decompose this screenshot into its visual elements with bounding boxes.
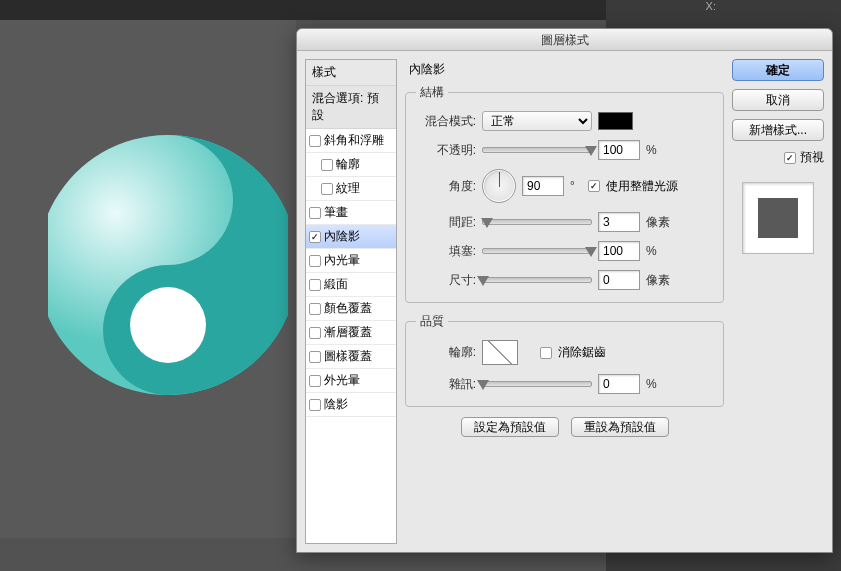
blend-options-header[interactable]: 混合選項: 預設 [306, 86, 396, 129]
style-item-label: 斜角和浮雕 [324, 132, 384, 149]
style-item-checkbox[interactable] [309, 135, 321, 147]
contour-picker[interactable] [482, 340, 518, 365]
style-item-checkbox[interactable] [309, 375, 321, 387]
style-item-3[interactable]: 筆畫 [306, 201, 396, 225]
reset-default-button[interactable]: 重設為預設值 [571, 417, 669, 437]
preview-thumbnail [742, 182, 814, 254]
style-item-7[interactable]: 顏色覆蓋 [306, 297, 396, 321]
size-slider[interactable] [482, 277, 592, 283]
preview-inner [758, 198, 798, 238]
blend-mode-label: 混合模式: [416, 113, 476, 130]
canvas-area [0, 20, 296, 538]
style-item-checkbox[interactable] [309, 279, 321, 291]
antialias-label: 消除鋸齒 [558, 344, 606, 361]
opacity-unit: % [646, 143, 674, 157]
style-item-label: 陰影 [324, 396, 348, 413]
style-item-6[interactable]: 緞面 [306, 273, 396, 297]
structure-fieldset: 結構 混合模式: 正常 不透明: % 角度: [405, 84, 724, 303]
style-item-0[interactable]: 斜角和浮雕 [306, 129, 396, 153]
coord-x-label: X: [706, 0, 716, 12]
style-item-checkbox[interactable] [309, 303, 321, 315]
angle-unit: ° [570, 179, 582, 193]
style-list: 樣式 混合選項: 預設 斜角和浮雕輪廓紋理筆畫內陰影內光暈緞面顏色覆蓋漸層覆蓋圖… [305, 59, 397, 544]
choke-input[interactable] [598, 241, 640, 261]
style-item-label: 緞面 [324, 276, 348, 293]
style-item-8[interactable]: 漸層覆蓋 [306, 321, 396, 345]
style-item-checkbox[interactable] [321, 183, 333, 195]
style-item-label: 漸層覆蓋 [324, 324, 372, 341]
noise-input[interactable] [598, 374, 640, 394]
contour-label: 輪廓: [416, 344, 476, 361]
size-input[interactable] [598, 270, 640, 290]
style-item-1[interactable]: 輪廓 [306, 153, 396, 177]
choke-label: 填塞: [416, 243, 476, 260]
cancel-button[interactable]: 取消 [732, 89, 824, 111]
set-default-button[interactable]: 設定為預設值 [461, 417, 559, 437]
settings-panel: 內陰影 結構 混合模式: 正常 不透明: % 角度: [405, 59, 724, 544]
style-item-10[interactable]: 外光暈 [306, 369, 396, 393]
ok-button[interactable]: 確定 [732, 59, 824, 81]
style-item-5[interactable]: 內光暈 [306, 249, 396, 273]
angle-dial[interactable] [482, 169, 516, 203]
antialias-checkbox[interactable] [540, 347, 552, 359]
style-item-label: 圖樣覆蓋 [324, 348, 372, 365]
style-item-label: 紋理 [336, 180, 360, 197]
dialog-right-column: 確定 取消 新增樣式... 預視 [732, 59, 824, 544]
style-item-checkbox[interactable] [309, 255, 321, 267]
style-item-2[interactable]: 紋理 [306, 177, 396, 201]
quality-fieldset: 品質 輪廓: 消除鋸齒 雜訊: % [405, 313, 724, 407]
size-unit: 像素 [646, 272, 674, 289]
distance-unit: 像素 [646, 214, 674, 231]
noise-unit: % [646, 377, 674, 391]
style-item-label: 輪廓 [336, 156, 360, 173]
style-item-label: 外光暈 [324, 372, 360, 389]
style-item-checkbox[interactable] [321, 159, 333, 171]
new-style-button[interactable]: 新增樣式... [732, 119, 824, 141]
color-swatch[interactable] [598, 112, 633, 130]
style-item-checkbox[interactable] [309, 327, 321, 339]
artwork-yin-yang [48, 125, 288, 405]
choke-slider[interactable] [482, 248, 592, 254]
structure-legend: 結構 [416, 84, 448, 101]
quality-legend: 品質 [416, 313, 448, 330]
style-item-label: 筆畫 [324, 204, 348, 221]
global-light-label: 使用整體光源 [606, 178, 678, 195]
preview-label: 預視 [800, 149, 824, 166]
style-item-checkbox[interactable] [309, 207, 321, 219]
opacity-input[interactable] [598, 140, 640, 160]
style-item-checkbox[interactable] [309, 231, 321, 243]
opacity-label: 不透明: [416, 142, 476, 159]
preview-checkbox[interactable] [784, 152, 796, 164]
distance-slider[interactable] [482, 219, 592, 225]
angle-label: 角度: [416, 178, 476, 195]
opacity-slider[interactable] [482, 147, 592, 153]
style-item-checkbox[interactable] [309, 399, 321, 411]
global-light-checkbox[interactable] [588, 180, 600, 192]
style-item-label: 內陰影 [324, 228, 360, 245]
dialog-title: 圖層樣式 [297, 29, 832, 51]
distance-label: 間距: [416, 214, 476, 231]
choke-unit: % [646, 244, 674, 258]
style-item-label: 內光暈 [324, 252, 360, 269]
noise-slider[interactable] [482, 381, 592, 387]
styles-header[interactable]: 樣式 [306, 60, 396, 86]
layer-style-dialog: 圖層樣式 樣式 混合選項: 預設 斜角和浮雕輪廓紋理筆畫內陰影內光暈緞面顏色覆蓋… [296, 28, 833, 553]
style-item-4[interactable]: 內陰影 [306, 225, 396, 249]
size-label: 尺寸: [416, 272, 476, 289]
svg-point-0 [130, 287, 206, 363]
style-item-11[interactable]: 陰影 [306, 393, 396, 417]
distance-input[interactable] [598, 212, 640, 232]
style-item-9[interactable]: 圖樣覆蓋 [306, 345, 396, 369]
noise-label: 雜訊: [416, 376, 476, 393]
blend-mode-select[interactable]: 正常 [482, 111, 592, 131]
style-item-checkbox[interactable] [309, 351, 321, 363]
style-item-label: 顏色覆蓋 [324, 300, 372, 317]
angle-input[interactable] [522, 176, 564, 196]
panel-title: 內陰影 [405, 59, 724, 84]
